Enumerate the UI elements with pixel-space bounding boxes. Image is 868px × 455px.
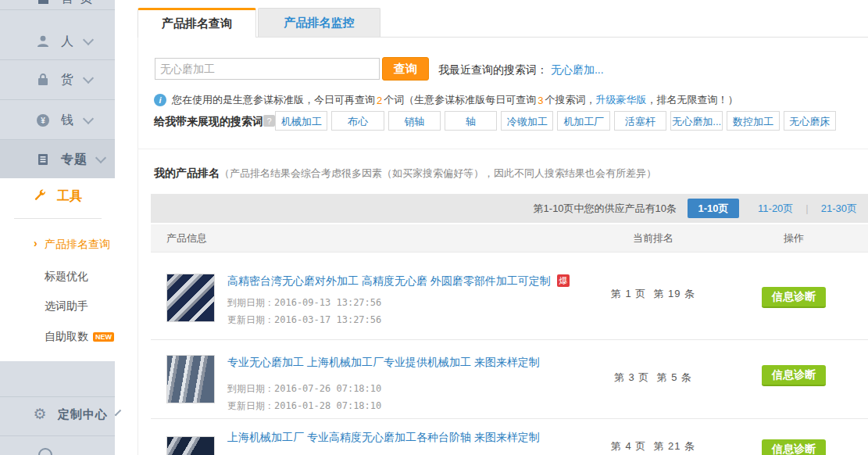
keyword-button[interactable]: 轴: [445, 111, 497, 131]
keyword-button[interactable]: 机加工厂: [557, 111, 609, 131]
keyword-button[interactable]: 机械加工: [275, 111, 327, 131]
diagnose-button[interactable]: 信息诊断: [762, 439, 826, 455]
chevron-right-icon: ›: [34, 237, 38, 249]
sidebar-item-goods[interactable]: 货: [0, 64, 115, 95]
rank-cell: 第 3 页 第 5 条: [587, 340, 720, 418]
expire-date: 到期日期：2016-09-13 13:27:56: [227, 294, 570, 311]
sidebar-item-label: 货: [61, 72, 75, 88]
table-header: 产品信息 当前排名 操作: [151, 223, 868, 252]
product-image[interactable]: [166, 274, 215, 322]
query-button[interactable]: 查询: [382, 57, 429, 81]
recent-search-link[interactable]: 无心磨加...: [551, 63, 604, 76]
table-row: 高精密台湾无心磨对外加工 高精度无心磨 外圆磨零部件加工可定制爆 到期日期：20…: [151, 252, 868, 339]
tab-product-rank-query[interactable]: 产品排名查询: [138, 8, 256, 38]
rank-table: 第1-10页中您的供应产品有10条 1-10页 11-20页 | 21-30页 …: [151, 194, 868, 455]
document-icon: [36, 152, 50, 167]
sidebar-item-label: 钱: [61, 113, 75, 129]
keyword-button[interactable]: 数控加工: [727, 111, 779, 131]
bag-icon: [36, 73, 50, 87]
divider: [0, 9, 115, 10]
sidebar: 首 页 人 货 ¥ 钱 专题 工具: [0, 0, 115, 455]
keyword-button[interactable]: 无心磨床: [784, 111, 836, 131]
recent-search: 我最近查询的搜索词： 无心磨加...: [438, 63, 604, 77]
sidebar-item-label: 工具: [57, 188, 82, 205]
person-icon: [36, 34, 50, 48]
money-icon: ¥: [36, 113, 50, 127]
diagnose-button[interactable]: 信息诊断: [762, 287, 826, 308]
rank-cell: 第 4 页 第 21 条: [587, 419, 720, 455]
keyword-button[interactable]: 无心磨加...: [670, 111, 723, 131]
hot-badge: 爆: [557, 274, 570, 287]
header-current-rank: 当前排名: [587, 231, 720, 245]
sidebar-item-home[interactable]: 首 页: [0, 0, 115, 8]
pagination-bar: 第1-10页中您的供应产品有10条 1-10页 11-20页 | 21-30页: [151, 194, 868, 223]
divider: [14, 218, 102, 219]
rank-cell: 第 1 页 第 19 条: [587, 253, 720, 339]
diagnose-button[interactable]: 信息诊断: [762, 365, 826, 386]
product-image[interactable]: [166, 355, 215, 403]
chevron-down-icon: [83, 113, 94, 124]
chevron-down-icon: [83, 73, 94, 84]
page-link-11-20[interactable]: 11-20页: [758, 202, 793, 216]
divider: [0, 396, 115, 397]
keywords-label: 给我带来展现的搜索词: [154, 115, 263, 129]
upgrade-link[interactable]: 升级豪华版: [595, 93, 646, 107]
table-row: 上海机械加工厂 专业高精度无心磨加工各种台阶轴 来图来样定制 第 4 页 第 2…: [151, 418, 868, 455]
sidebar-item-money[interactable]: ¥ 钱: [0, 105, 115, 136]
new-badge: NEW: [93, 332, 114, 342]
sidebar-item-people[interactable]: 人: [0, 26, 115, 57]
home-icon: [36, 0, 50, 5]
page-link-21-30[interactable]: 21-30页: [821, 202, 857, 216]
divider: [0, 99, 115, 100]
table-row: 专业无心磨加工 上海机械加工厂专业提供机械加工 来图来样定制 到期日期：2016…: [151, 339, 868, 418]
update-date: 更新日期：2016-01-28 07:18:10: [227, 397, 540, 414]
help-icon[interactable]: ?: [263, 115, 275, 127]
divider: [0, 435, 115, 436]
section-title: 我的产品排名（产品排名结果会综合考虑很多因素（如买家搜索偏好等），因此不同人搜索…: [154, 167, 656, 181]
sidebar-item-word-helper[interactable]: 选词助手: [0, 299, 115, 313]
sidebar-item-tools[interactable]: 工具: [0, 188, 115, 206]
divider: [138, 149, 868, 149]
sidebar-item-label: 首 页: [61, 0, 94, 7]
header-product-info: 产品信息: [151, 231, 587, 245]
wrench-icon: [33, 188, 48, 206]
sidebar-item-topics[interactable]: 专题: [0, 144, 115, 175]
sidebar-item-label: 专题: [61, 152, 88, 168]
header-action: 操作: [720, 231, 868, 245]
expire-date: 到期日期：2016-07-26 07:18:10: [227, 380, 540, 397]
content-left-border: [138, 37, 138, 455]
update-date: 更新日期：2016-03-17 13:27:56: [227, 311, 570, 328]
info-icon: i: [154, 94, 166, 106]
gear-icon: ⚙: [33, 407, 47, 421]
product-title-link[interactable]: 高精密台湾无心磨对外加工 高精度无心磨 外圆磨零部件加工可定制: [227, 274, 551, 287]
keyword-button[interactable]: 销轴: [388, 111, 441, 131]
divider: [0, 59, 115, 60]
keywords-row: 机械加工 布心 销轴 轴 冷镦加工 机加工厂 活塞杆 无心磨加... 数控加工 …: [275, 111, 836, 131]
product-title-link[interactable]: 专业无心磨加工 上海机械加工厂专业提供机械加工 来图来样定制: [227, 356, 540, 368]
keyword-button[interactable]: 活塞杆: [614, 111, 666, 131]
sidebar-item-label: 定制中心: [58, 407, 108, 422]
sidebar-item-custom-center[interactable]: ⚙ 定制中心: [0, 399, 115, 430]
sidebar-item-label: 人: [61, 34, 75, 50]
chevron-down-icon: [95, 152, 106, 163]
remaining-count: 2: [375, 95, 384, 106]
sidebar-item-self-data[interactable]: 自助取数NEW: [0, 330, 115, 344]
pagination-summary: 第1-10页中您的供应产品有10条: [534, 202, 677, 216]
keyword-button[interactable]: 冷镦加工: [501, 111, 553, 131]
chevron-down-icon: [115, 410, 121, 416]
tab-product-rank-monitor[interactable]: 产品排名监控: [258, 8, 380, 37]
product-title-link[interactable]: 上海机械加工厂 专业高精度无心磨加工各种台阶轴 来图来样定制: [227, 431, 540, 443]
pagination-separator: |: [805, 202, 808, 214]
search-input[interactable]: [155, 58, 380, 80]
product-image[interactable]: [166, 436, 215, 455]
sidebar-item-product-rank-query[interactable]: › 产品排名查询: [0, 238, 115, 252]
keyword-button[interactable]: 布心: [331, 111, 384, 131]
page-button-1-10[interactable]: 1-10页: [688, 199, 739, 218]
sidebar-item-title-optimize[interactable]: 标题优化: [0, 270, 115, 284]
daily-quota: 3: [536, 95, 545, 106]
quota-notice: i 您在使用的是生意参谋标准版，今日可再查询 2 个词（生意参谋标准版每日可查询…: [154, 93, 738, 107]
chevron-down-icon: [83, 34, 94, 45]
section-note: （产品排名结果会综合考虑很多因素（如买家搜索偏好等），因此不同人搜索结果也会有所…: [220, 167, 656, 179]
